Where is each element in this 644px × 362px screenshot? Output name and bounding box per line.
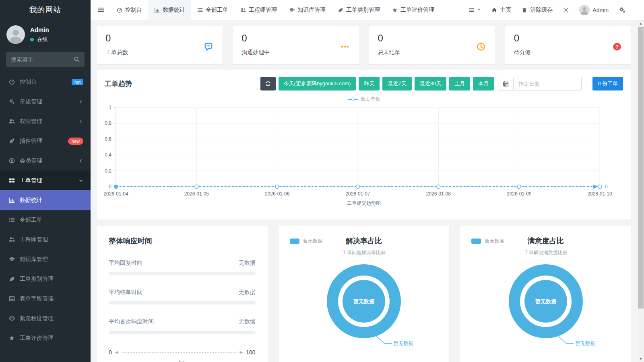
- user-circle-icon: [9, 158, 15, 164]
- stat-value: 0: [514, 33, 622, 44]
- stat-value: 0: [105, 33, 214, 44]
- svg-text:2026-01-06: 2026-01-06: [265, 191, 290, 197]
- calendar-addon[interactable]: [498, 77, 514, 90]
- panel-title: 整体响应时间: [109, 236, 256, 246]
- scrollbar-thumb[interactable]: [638, 27, 644, 309]
- panel-subtitle: 工单解决满意度比例: [471, 249, 621, 256]
- tab-knowledge[interactable]: 知识库管理: [283, 0, 332, 20]
- list-menu-icon: [469, 7, 475, 13]
- sidebar-subitem-knowledge[interactable]: 知识库管理: [0, 249, 91, 269]
- user-menu[interactable]: Admin: [579, 5, 609, 15]
- sidebar-subitem-all-orders[interactable]: 全部工单: [0, 210, 91, 230]
- filter-this-month-button[interactable]: 本月: [473, 77, 494, 90]
- avatar: [579, 5, 590, 15]
- date-input[interactable]: [514, 77, 581, 90]
- sidebar-subitem-ratings[interactable]: 工单评价管理: [0, 328, 91, 348]
- metric-avg-reply: 平均回复时间 无数据: [109, 259, 256, 275]
- tab-label: 知识库管理: [297, 6, 326, 14]
- refresh-button[interactable]: [260, 77, 276, 90]
- ellipsis-icon: [341, 42, 349, 51]
- filter-30days-button[interactable]: 最近30天: [415, 77, 446, 90]
- chart-caption: 工单提交趋势图: [105, 200, 623, 207]
- clear-cache-link[interactable]: 清除缓存: [522, 6, 553, 14]
- donut-chart: 暂无数据 暂无数据: [493, 261, 598, 356]
- filter-today-button[interactable]: 今天(更多源码bygoukai.com): [279, 77, 356, 90]
- line-chart-legend[interactable]: 新工单数: [105, 96, 623, 103]
- svg-text:2026-01-04: 2026-01-04: [103, 191, 128, 197]
- tab-engineers[interactable]: 工程师管理: [234, 0, 283, 20]
- tab-console[interactable]: 控制台: [111, 0, 148, 20]
- trend-header: 工单趋势 今天(更多源码bygoukai.com) 昨天 最近7天 最近30天 …: [105, 77, 623, 90]
- hot-badge: hot: [72, 79, 83, 85]
- order-count-button[interactable]: 0 份工单: [592, 77, 623, 90]
- filter-7days-button[interactable]: 最近7天: [382, 77, 411, 90]
- svg-text:2026-01-07: 2026-01-07: [345, 191, 370, 197]
- sidebar-subitem-urgency[interactable]: 紧急程度管理: [0, 309, 91, 328]
- svg-text:2026-01-05: 2026-01-05: [184, 191, 209, 197]
- new-badge: new: [68, 138, 83, 145]
- sidebar-item-label: 工单评价管理: [20, 335, 83, 342]
- trend-toolbar: 今天(更多源码bygoukai.com) 昨天 最近7天 最近30天 上月 本月…: [260, 77, 623, 90]
- tab-categories[interactable]: 工单类别管理: [332, 0, 386, 20]
- svg-text:0.4: 0.4: [105, 152, 111, 158]
- donut-callout-label: 暂无数据: [393, 341, 413, 346]
- stat-label: 总未结单: [378, 49, 486, 56]
- fullscreen-button[interactable]: [563, 7, 569, 13]
- home-link[interactable]: 主页: [491, 6, 511, 14]
- sidebar-item-workorders[interactable]: 工单管理: [0, 171, 91, 190]
- sidebar-toggle-button[interactable]: [91, 0, 111, 20]
- legend-swatch-icon: [290, 239, 299, 244]
- sidebar-subitem-categories[interactable]: 工单类别管理: [0, 269, 91, 289]
- scrollbar[interactable]: ▲ ▼: [638, 20, 644, 362]
- scale-icon: [9, 315, 15, 321]
- sidebar-item-permissions[interactable]: 权限管理: [0, 111, 91, 131]
- svg-text:0.8: 0.8: [105, 120, 111, 126]
- metric-value: 无数据: [239, 289, 256, 296]
- tab-all-orders[interactable]: 全部工单: [191, 0, 234, 20]
- sidebar-item-console[interactable]: 控制台 hot: [0, 72, 91, 92]
- sidebar-item-label: 知识库管理: [20, 256, 83, 263]
- progress-track: [109, 301, 256, 304]
- sidebar-item-label: 常规管理: [20, 98, 74, 105]
- sidebar-subitem-data-stats[interactable]: 数据统计: [0, 190, 91, 210]
- sidebar-item-label: 权限管理: [20, 118, 74, 125]
- metric-value: 无数据: [239, 259, 256, 267]
- gears-icon: [9, 99, 15, 105]
- donut-callout-label: 暂无数据: [575, 341, 595, 346]
- line-chart: 00.20.40.60.812026-01-042026-01-052026-0…: [105, 103, 623, 199]
- sidebar-search: [6, 52, 85, 67]
- online-dot-icon: [30, 38, 34, 41]
- menu-list-dropdown[interactable]: [469, 7, 481, 13]
- filter-last-month-button[interactable]: 上月: [449, 77, 470, 90]
- sidebar-item-label: 插件管理: [20, 138, 63, 145]
- range-unit-label: hrs: [109, 359, 256, 362]
- sidebar-item-members[interactable]: 会员管理: [0, 151, 91, 171]
- scroll-down-button[interactable]: ▼: [638, 356, 644, 362]
- stat-value: 0: [378, 33, 486, 44]
- satisfaction-rate-panel: 暂无数据 满意度占比 工单解决满意度比例 暂无数据 暂无数据: [460, 226, 631, 362]
- tab-label: 工单评价管理: [400, 6, 434, 14]
- filter-yesterday-button[interactable]: 昨天: [359, 77, 380, 90]
- chevron-left-icon: [78, 158, 83, 163]
- pie-legend[interactable]: 暂无数据: [290, 238, 322, 245]
- page-content: 0 工单总数 0 沟通处理中 0 总未结单 0 待分派: [91, 20, 644, 362]
- sidebar-subitem-form-fields[interactable]: 表单字段管理: [0, 289, 91, 309]
- table-icon: [9, 177, 15, 183]
- sidebar-item-plugins[interactable]: 插件管理 new: [0, 131, 91, 151]
- tab-ratings[interactable]: 工单评价管理: [386, 0, 440, 20]
- stats-row: 0 工单总数 0 沟通处理中 0 总未结单 0 待分派: [97, 26, 631, 64]
- hamburger-icon: [97, 6, 104, 13]
- sidebar-subitem-reminders[interactable]: 工单提醒管理: [0, 355, 91, 362]
- legend-label: 新工单数: [361, 96, 380, 103]
- sidebar-item-general[interactable]: 常规管理: [0, 92, 91, 111]
- home-label: 主页: [500, 6, 511, 14]
- hours-range-axis: 0 ◀ ▶ 100: [109, 349, 256, 356]
- navbar-right: 主页 清除缓存 Admin: [469, 0, 625, 20]
- avatar: [6, 25, 25, 44]
- scroll-up-button[interactable]: ▲: [638, 20, 644, 27]
- pie-legend[interactable]: 暂无数据: [471, 238, 504, 245]
- settings-button[interactable]: [619, 7, 625, 13]
- sidebar-subitem-engineers[interactable]: 工程师管理: [0, 230, 91, 249]
- tab-data-stats[interactable]: 数据统计: [148, 0, 191, 20]
- menu-search-input[interactable]: [6, 52, 85, 67]
